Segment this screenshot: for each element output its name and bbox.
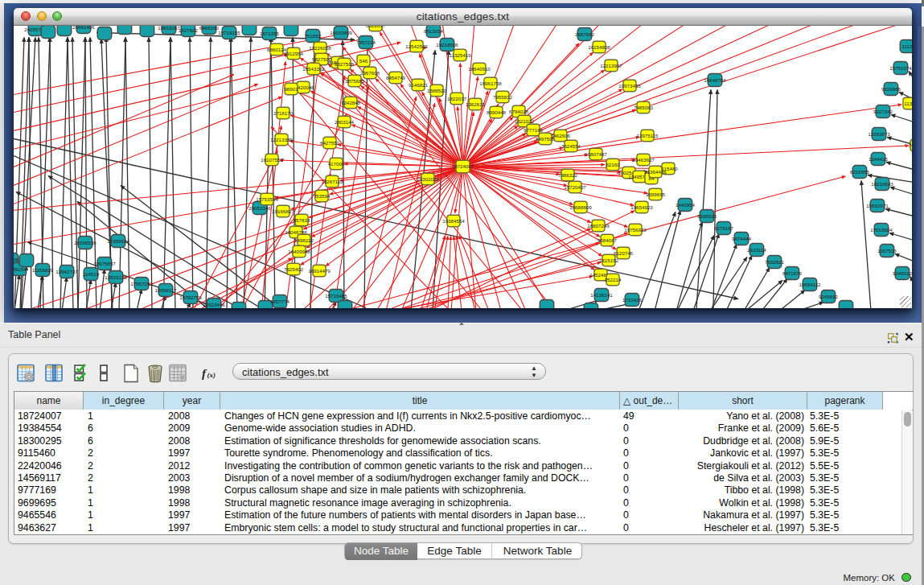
svg-text:7357224: 7357224 (356, 39, 376, 44)
svg-text:9146821: 9146821 (409, 81, 429, 87)
svg-text:13267110: 13267110 (321, 178, 343, 183)
svg-text:9684067: 9684067 (598, 237, 618, 242)
svg-text:18807249: 18807249 (587, 222, 610, 228)
svg-text:15716485: 15716485 (325, 292, 347, 298)
svg-text:12213967: 12213967 (600, 62, 622, 68)
svg-text:16210643: 16210643 (871, 180, 893, 186)
svg-text:17957253: 17957253 (130, 280, 153, 286)
svg-text:9699695: 9699695 (646, 191, 666, 196)
svg-text:15751074: 15751074 (889, 64, 912, 70)
svg-text:16107553: 16107553 (261, 156, 283, 162)
svg-text:1244415: 1244415 (869, 155, 889, 161)
svg-text:16543362: 16543362 (302, 65, 325, 71)
svg-text:12093873: 12093873 (868, 130, 890, 136)
svg-text:20053346: 20053346 (248, 204, 271, 210)
svg-text:10654112: 10654112 (799, 281, 821, 286)
svg-text:6179197: 6179197 (714, 225, 734, 230)
svg-text:7485063: 7485063 (634, 104, 654, 109)
svg-text:2933114: 2933114 (747, 246, 766, 252)
svg-text:8454749: 8454749 (386, 74, 406, 80)
svg-text:16961758: 16961758 (479, 80, 502, 85)
svg-text:11156829: 11156829 (32, 266, 54, 272)
svg-text:17359924: 17359924 (107, 237, 129, 243)
svg-text:16914479: 16914479 (308, 267, 331, 273)
svg-text:10653267: 10653267 (158, 26, 180, 31)
svg-text:18226058: 18226058 (309, 44, 331, 50)
svg-text:12942737: 12942737 (55, 268, 78, 274)
svg-text:8990448: 8990448 (487, 109, 507, 114)
svg-text:252214: 252214 (605, 276, 622, 282)
svg-text:62160: 62160 (606, 161, 620, 167)
svg-text:857833: 857833 (294, 216, 310, 222)
svg-text:1671355: 1671355 (260, 30, 280, 35)
svg-text:8912954: 8912954 (284, 50, 304, 56)
svg-text:10688609: 10688609 (569, 204, 592, 209)
svg-text:19218506: 19218506 (436, 41, 458, 47)
svg-text:9327508: 9327508 (335, 60, 355, 66)
svg-text:20206536: 20206536 (74, 239, 97, 245)
svg-text:12975115: 12975115 (636, 132, 659, 138)
svg-text:25302023: 25302023 (417, 175, 439, 181)
svg-text:15720407: 15720407 (564, 183, 586, 189)
svg-text:2367608: 2367608 (360, 69, 380, 75)
svg-text:11325419: 11325419 (449, 51, 471, 57)
svg-text:10719155: 10719155 (218, 29, 240, 35)
svg-text:1621022: 1621022 (515, 117, 535, 123)
svg-text:12213389: 12213389 (270, 136, 293, 142)
svg-text:10958117: 10958117 (154, 286, 177, 292)
svg-text:19463627: 19463627 (632, 156, 655, 162)
svg-text:748500: 748500 (909, 142, 912, 147)
svg-text:19166827: 19166827 (272, 208, 294, 213)
svg-text:546: 546 (359, 57, 368, 63)
svg-text:9227342: 9227342 (873, 108, 893, 113)
svg-text:8215955: 8215955 (850, 168, 870, 174)
svg-text:7462606: 7462606 (551, 132, 571, 138)
svg-text:98901: 98901 (284, 85, 298, 91)
svg-text:16782759: 16782759 (179, 294, 202, 299)
svg-text:21364436: 21364436 (644, 168, 667, 174)
svg-text:1362615: 1362615 (466, 101, 486, 106)
svg-text:114519: 114519 (83, 270, 100, 276)
svg-text:16648784: 16648784 (704, 76, 726, 82)
svg-text:10975857: 10975857 (93, 260, 116, 266)
svg-text:9242848: 9242848 (341, 99, 361, 105)
svg-text:12323446: 12323446 (203, 301, 225, 307)
svg-text:417006: 417006 (328, 160, 345, 166)
svg-text:1527602: 1527602 (179, 27, 199, 32)
svg-text:8427552: 8427552 (320, 139, 340, 145)
svg-text:18640910: 18640910 (468, 65, 491, 71)
svg-text:12542549: 12542549 (405, 43, 428, 48)
svg-text:3624554: 3624554 (561, 142, 581, 148)
svg-text:1733426: 1733426 (622, 296, 643, 302)
svg-text:1167533: 1167533 (877, 247, 897, 253)
svg-text:2718170: 2718170 (273, 109, 294, 115)
svg-text:16033809: 16033809 (330, 29, 352, 35)
svg-text:18724007: 18724007 (452, 163, 474, 169)
svg-text:9245652: 9245652 (819, 293, 839, 299)
svg-text:10807487: 10807487 (585, 150, 607, 156)
svg-text:2803144: 2803144 (335, 118, 355, 124)
svg-text:9245012: 9245012 (893, 270, 912, 275)
svg-text:19756923: 19756923 (624, 226, 647, 232)
svg-text:1440954: 1440954 (676, 201, 696, 207)
svg-text:7632621: 7632621 (765, 258, 785, 264)
svg-text:9457774: 9457774 (270, 298, 290, 303)
svg-text:19384554: 19384554 (442, 217, 465, 223)
svg-text:8471676: 8471676 (782, 270, 803, 275)
svg-text:15753594: 15753594 (256, 196, 278, 201)
svg-text:2687682: 2687682 (575, 31, 595, 36)
svg-text:7986322: 7986322 (558, 171, 578, 177)
svg-text:12503135: 12503135 (105, 274, 127, 279)
svg-text:6120746: 6120746 (614, 249, 634, 255)
svg-text:14136141: 14136141 (590, 291, 613, 297)
svg-text:16154808: 16154808 (588, 43, 610, 49)
svg-text:9474444: 9474444 (732, 235, 752, 241)
svg-text:6938923: 6938923 (697, 212, 717, 218)
svg-text:1822037: 1822037 (447, 95, 467, 101)
svg-text:17016504: 17016504 (870, 226, 893, 232)
svg-text:10973493: 10973493 (618, 82, 641, 88)
svg-text:7625402: 7625402 (284, 266, 304, 271)
svg-text:8813054: 8813054 (424, 27, 444, 33)
svg-text:9777169: 9777169 (524, 126, 544, 132)
svg-text:1132: 1132 (904, 100, 912, 105)
